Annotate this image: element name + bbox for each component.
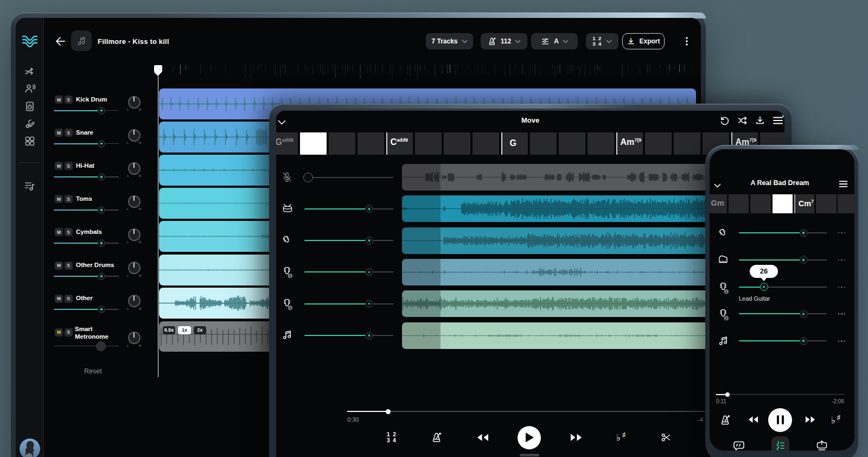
svg-text:2: 2	[725, 316, 727, 320]
svg-text:1: 1	[289, 274, 291, 278]
svg-text:♭: ♭	[616, 433, 621, 443]
svg-text:♯: ♯	[622, 431, 626, 439]
svg-text:♭: ♭	[831, 415, 835, 426]
svg-text:♯: ♯	[837, 414, 840, 421]
svg-text:1: 1	[725, 289, 727, 293]
svg-text:2: 2	[289, 306, 291, 310]
